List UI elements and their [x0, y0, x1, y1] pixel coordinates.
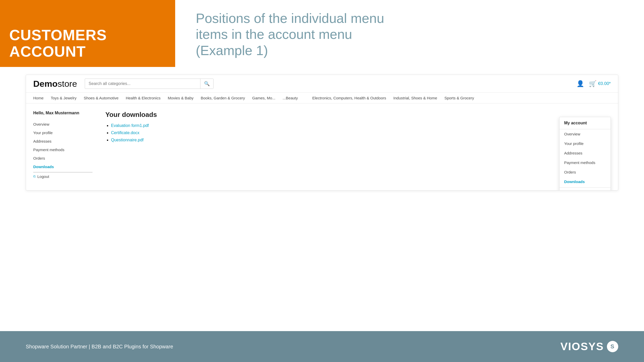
nav-electronics[interactable]: Electronics, Computers, Health & Outdoor… — [312, 95, 386, 101]
file-link-3[interactable]: Questionnaire.pdf — [111, 138, 143, 142]
store-header: Demostore 🔍 👤 🛒 €0.00* — [26, 75, 618, 93]
store-main: Hello, Max Mustermann Overview Your prof… — [26, 104, 618, 178]
sidebar-item-downloads[interactable]: Downloads — [33, 162, 92, 173]
store-nav: Home Toys & Jewelry Shoes & Automotive H… — [26, 93, 618, 104]
dropdown-menu: Overview Your profile Addresses Payment … — [560, 129, 611, 186]
dropdown-item-overview[interactable]: Overview — [560, 129, 611, 139]
sidebar-item-payment[interactable]: Payment methods — [33, 145, 92, 154]
search-bar[interactable]: 🔍 — [85, 79, 214, 89]
main-content: Your downloads Evaluation form1.pdf Cert… — [98, 111, 611, 170]
nav-sports[interactable]: Sports & Grocery — [444, 95, 474, 101]
file-link-2[interactable]: Certificate.docx — [111, 131, 139, 135]
viosys-logo: VIOSYS S — [561, 340, 618, 353]
account-icon-button[interactable]: 👤 — [577, 80, 584, 87]
list-item: Evaluation form1.pdf — [111, 123, 611, 128]
account-dropdown: My account Overview Your profile Address… — [559, 117, 611, 191]
search-icon: 🔍 — [204, 81, 210, 86]
sidebar-logout-label: Logout — [37, 174, 49, 179]
orange-banner: CUSTOMERS ACCOUNT — [0, 0, 175, 67]
sidebar: Hello, Max Mustermann Overview Your prof… — [33, 111, 98, 170]
file-link-1[interactable]: Evaluation form1.pdf — [111, 123, 149, 128]
sidebar-greeting: Hello, Max Mustermann — [33, 111, 92, 115]
logout-icon: ⎋ — [33, 174, 36, 179]
account-icon: 👤 — [577, 80, 584, 87]
nav-shoes[interactable]: Shoes & Automotive — [84, 95, 118, 101]
description-area: Positions of the individual menu items i… — [175, 0, 405, 67]
nav-toys[interactable]: Toys & Jewelry — [51, 95, 77, 101]
viosys-icon: S — [607, 341, 618, 352]
banner-title: CUSTOMERS ACCOUNT — [9, 27, 166, 60]
sidebar-menu: Overview Your profile Addresses Payment … — [33, 120, 92, 173]
demostore-window: Demostore 🔍 👤 🛒 €0.00* Home Toys & Jewel… — [26, 75, 618, 191]
footer: Shopware Solution Partner | B2B and B2C … — [0, 331, 644, 362]
cart-icon: 🛒 — [589, 80, 597, 87]
sidebar-item-addresses[interactable]: Addresses — [33, 137, 92, 145]
cart-amount: €0.00* — [598, 81, 611, 86]
dropdown-divider — [560, 187, 611, 188]
header-icons: 👤 🛒 €0.00* — [577, 80, 611, 87]
list-item: Certificate.docx — [111, 131, 611, 135]
desc-line1: Positions of the individual menu items i… — [196, 10, 384, 42]
dropdown-header: My account — [560, 117, 611, 129]
dropdown-item-profile[interactable]: Your profile — [560, 139, 611, 148]
list-item: Questionnaire.pdf — [111, 138, 611, 142]
dropdown-item-orders[interactable]: Orders — [560, 167, 611, 177]
example-label: (Example 1) — [196, 42, 384, 58]
sidebar-logout[interactable]: ⎋ Logout — [33, 174, 92, 179]
nav-books[interactable]: Books, Garden & Grocery — [201, 95, 245, 101]
search-input[interactable] — [85, 79, 200, 88]
downloads-list: Evaluation form1.pdf Certificate.docx Qu… — [105, 123, 611, 142]
nav-games[interactable]: Games, Mo... — [252, 95, 275, 101]
downloads-title: Your downloads — [105, 111, 611, 119]
nav-industrial[interactable]: Industrial, Shoes & Home — [393, 95, 437, 101]
nav-beauty[interactable]: ...Beauty — [283, 95, 298, 101]
cart-button[interactable]: 🛒 €0.00* — [589, 80, 611, 87]
footer-text: Shopware Solution Partner | B2B and B2C … — [26, 344, 173, 350]
nav-movies[interactable]: Movies & Baby — [168, 95, 193, 101]
brand-name: VIOSYS — [561, 340, 604, 353]
store-logo: Demostore — [33, 79, 77, 89]
dropdown-item-payment[interactable]: Payment methods — [560, 158, 611, 167]
dropdown-item-addresses[interactable]: Addresses — [560, 148, 611, 158]
nav-home[interactable]: Home — [33, 95, 44, 101]
nav-health[interactable]: Health & Electronics — [126, 95, 160, 101]
sidebar-item-orders[interactable]: Orders — [33, 154, 92, 162]
search-button[interactable]: 🔍 — [200, 79, 213, 89]
dropdown-logout[interactable]: ⎋ Logout — [560, 189, 611, 191]
sidebar-item-profile[interactable]: Your profile — [33, 128, 92, 137]
sidebar-item-overview[interactable]: Overview — [33, 120, 92, 128]
dropdown-item-downloads[interactable]: Downloads — [560, 177, 611, 186]
